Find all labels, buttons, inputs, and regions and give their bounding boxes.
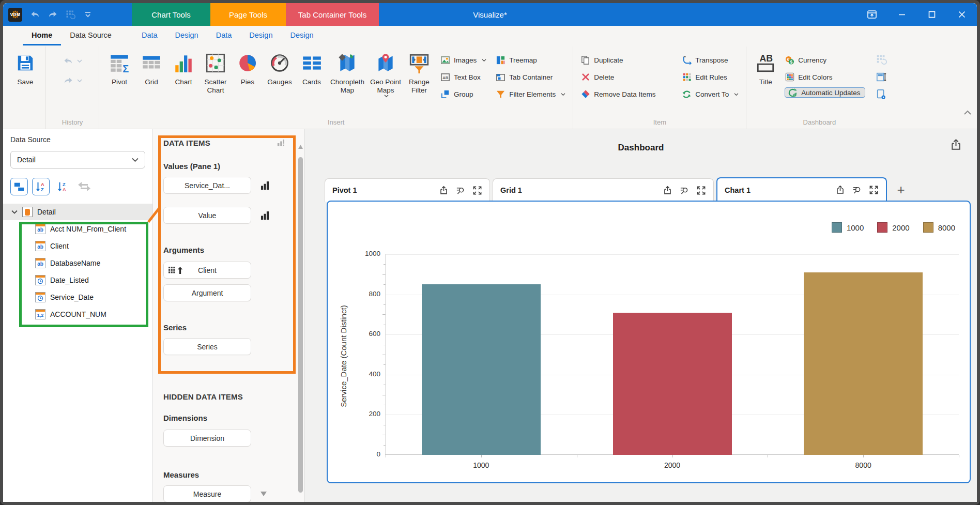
data-item-pill-client[interactable]: Client: [163, 262, 251, 279]
data-item-pill-value-placeholder[interactable]: Value: [163, 207, 251, 224]
title-button[interactable]: AB Title: [751, 48, 780, 86]
maximize-button[interactable]: [917, 3, 947, 26]
move-fields-button[interactable]: [75, 178, 93, 195]
bar-series-type-icon[interactable]: [261, 181, 269, 190]
collapse-ribbon-button[interactable]: [963, 110, 972, 115]
inspect-data-icon[interactable]: [852, 185, 862, 195]
undo-ribbon-button[interactable]: [63, 56, 82, 66]
app-logo[interactable]: ⚙ VDM: [8, 8, 22, 22]
ribbon-display-options-button[interactable]: [857, 3, 887, 26]
pies-button[interactable]: Pies: [232, 48, 264, 86]
delete-button[interactable]: Delete: [580, 72, 671, 82]
maximize-item-icon[interactable]: [472, 186, 482, 195]
maximize-item-icon[interactable]: [696, 186, 706, 195]
parameters-icon[interactable]: [876, 54, 887, 65]
sort-za-button[interactable]: ZA: [54, 178, 71, 195]
transpose-icon: [682, 55, 692, 65]
chart-tools-header[interactable]: Chart Tools: [132, 3, 210, 26]
automatic-updates-button[interactable]: Automatic Updates: [785, 87, 865, 98]
tab-page-design[interactable]: Design: [240, 26, 281, 45]
gauges-button[interactable]: Gauges: [264, 48, 296, 86]
currency-button[interactable]: €$ Currency: [785, 55, 865, 65]
group-button[interactable]: Group: [440, 89, 486, 99]
scrollbar-thumb[interactable]: [298, 157, 303, 493]
transpose-button[interactable]: Transpose: [682, 55, 739, 65]
chart-bar[interactable]: [804, 272, 923, 455]
grid-button[interactable]: Grid: [135, 48, 167, 86]
choropleth-map-button[interactable]: Choropleth Map: [328, 48, 367, 94]
tab-container-design[interactable]: Design: [281, 26, 322, 45]
cards-button[interactable]: Cards: [296, 48, 328, 86]
y-minor-tick: [384, 284, 386, 285]
export-icon[interactable]: [663, 186, 672, 195]
data-items-scrollbar[interactable]: [298, 145, 303, 500]
chart-button[interactable]: Chart: [167, 48, 200, 86]
dashboard-title-visibility-icon[interactable]: [876, 71, 887, 83]
inspect-data-icon[interactable]: [455, 186, 466, 195]
field-item[interactable]: ab Client: [3, 237, 152, 254]
text-box-button[interactable]: AB Text Box: [440, 72, 486, 82]
tab-grid-1[interactable]: Grid 1: [493, 178, 714, 202]
customize-qat-button[interactable]: [79, 6, 97, 23]
data-item-pill-dimension-placeholder[interactable]: Dimension: [163, 430, 251, 447]
close-button[interactable]: [947, 3, 977, 26]
maximize-item-icon[interactable]: [869, 185, 879, 195]
pivot-button[interactable]: Σ Pivot: [103, 48, 135, 86]
minimize-button[interactable]: [887, 3, 917, 26]
geo-point-maps-button[interactable]: Geo Point Maps: [367, 48, 404, 98]
dashboard-export-button[interactable]: [950, 139, 962, 151]
tab-container-tools-header[interactable]: Tab Container Tools: [286, 3, 379, 26]
tab-pivot-1[interactable]: Pivot 1: [325, 178, 490, 202]
tab-home[interactable]: Home: [23, 26, 61, 45]
data-item-pill-argument-placeholder[interactable]: Argument: [163, 284, 251, 301]
data-source-dropdown[interactable]: Detail: [10, 151, 145, 169]
page-settings-icon[interactable]: [876, 89, 887, 100]
field-item[interactable]: 1,2 ACCOUNT_NUM: [3, 305, 152, 323]
remove-data-items-button[interactable]: Remove Data Items: [580, 89, 671, 99]
filter-elements-button[interactable]: Filter Elements: [496, 89, 565, 99]
export-icon[interactable]: [439, 186, 449, 195]
automatic-updates-qat-button[interactable]: [62, 6, 79, 23]
data-item-pill-series-placeholder[interactable]: Series: [163, 338, 251, 355]
treemap-button[interactable]: Treemap: [496, 55, 565, 65]
sort-az-button[interactable]: AZ: [32, 178, 50, 195]
tab-container-button[interactable]: Tab Container: [496, 72, 565, 82]
edit-colors-button[interactable]: Edit Colors: [785, 72, 865, 82]
field-item[interactable]: Date_Listed: [3, 271, 152, 288]
tab-page-data[interactable]: Data: [207, 26, 241, 45]
chart-item[interactable]: 100020008000 Service_Date (Count Distinc…: [327, 201, 971, 483]
convert-to-button[interactable]: Convert To: [682, 89, 739, 99]
bar-series-type-icon[interactable]: [261, 211, 269, 220]
inspect-data-icon[interactable]: [679, 186, 690, 195]
images-button[interactable]: Images: [440, 55, 486, 65]
tab-chart-data[interactable]: Data: [133, 26, 166, 45]
add-page-button[interactable]: +: [890, 178, 912, 202]
duplicate-button[interactable]: Duplicate: [580, 55, 671, 65]
y-minor-tick: [384, 264, 386, 265]
field-item[interactable]: Service_Date: [3, 288, 152, 305]
tab-data-source[interactable]: Data Source: [61, 26, 120, 45]
field-item[interactable]: ab DatabaseName: [3, 254, 152, 271]
page-tools-header[interactable]: Page Tools: [210, 3, 286, 26]
chart-bar[interactable]: [422, 284, 541, 455]
tab-chart-1[interactable]: Chart 1: [716, 177, 887, 202]
data-item-pill-measure-placeholder[interactable]: Measure: [163, 485, 251, 502]
redo-ribbon-button[interactable]: [63, 75, 82, 86]
field-list-view-button[interactable]: [10, 178, 28, 195]
edit-rules-button[interactable]: Edit Rules: [682, 72, 739, 82]
scatter-chart-button[interactable]: Scatter Chart: [200, 48, 232, 94]
scrollbar-up-arrow[interactable]: [298, 145, 303, 151]
tab-chart-design[interactable]: Design: [166, 26, 207, 45]
export-icon[interactable]: [835, 185, 845, 195]
save-button[interactable]: Save: [9, 48, 41, 86]
redo-button[interactable]: [44, 6, 62, 23]
chart-bar[interactable]: [613, 313, 732, 455]
tree-root-detail[interactable]: Detail: [3, 204, 152, 220]
field-item[interactable]: ab Acct NUM_From_Client: [3, 220, 152, 237]
data-item-pill-service-date[interactable]: Service_Dat...: [163, 177, 251, 194]
undo-button[interactable]: [26, 6, 44, 23]
range-filter-button[interactable]: Range Filter: [404, 48, 434, 94]
scroll-down-triangle-icon[interactable]: [261, 492, 267, 496]
data-items-options-icon[interactable]: [277, 139, 286, 147]
number-field-icon: 1,2: [35, 309, 45, 319]
